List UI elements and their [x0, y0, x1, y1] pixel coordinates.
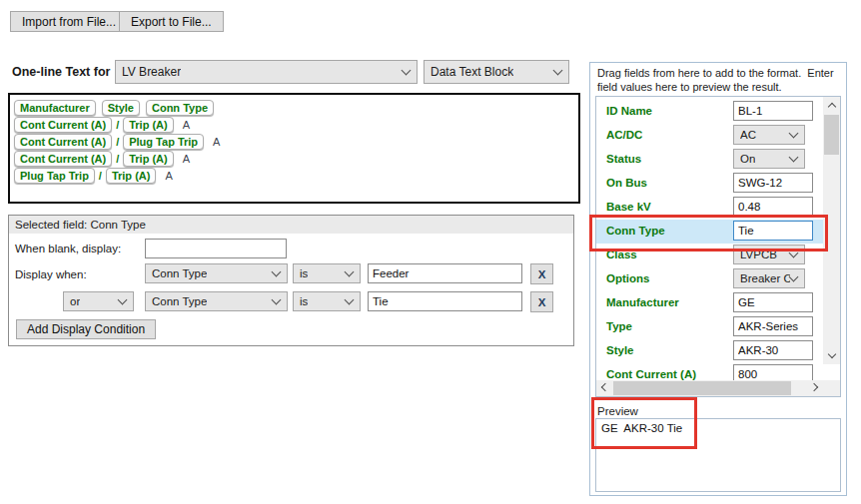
chevron-left-icon [601, 383, 609, 391]
condition-value-input[interactable] [368, 291, 522, 311]
scroll-left-button[interactable] [596, 380, 612, 396]
field-label: Status [606, 153, 641, 165]
field-label: Manufacturer [606, 296, 679, 308]
field-chip[interactable]: Trip (A) [123, 151, 174, 167]
horizontal-scroll-thumb[interactable] [613, 381, 791, 395]
field-label: ID Name [606, 105, 652, 117]
field-value-select[interactable]: Breaker On [733, 268, 805, 288]
field-row: AC/DCAC [596, 124, 823, 148]
condition-operator-select[interactable]: is [293, 291, 361, 311]
horizontal-scrollbar[interactable] [596, 380, 823, 396]
fields-list-viewport: ID NameAC/DCACStatusOnOn BusBase kVConn … [596, 97, 823, 383]
separator-text: / [116, 136, 119, 148]
field-value-select-value: LVPCB [740, 249, 777, 260]
text-block-type-value: Data Text Block [430, 65, 513, 79]
device-type-value: LV Breaker [122, 65, 181, 79]
field-value-select[interactable]: On [733, 149, 805, 169]
format-row: Cont Current (A)/Trip (A)A [14, 150, 574, 167]
field-chip[interactable]: Trip (A) [106, 168, 157, 184]
field-chip[interactable]: Plug Tap Trip [123, 134, 204, 150]
chevron-down-icon [827, 349, 835, 357]
condition-join-select-value: or [70, 295, 80, 307]
field-value-input[interactable] [733, 101, 813, 121]
field-value-input[interactable] [733, 316, 813, 336]
separator-text: / [116, 119, 119, 131]
field-value-select-value: Breaker On [740, 272, 790, 284]
format-row: Cont Current (A)/Trip (A)A [14, 116, 574, 133]
field-row: Base kV [596, 196, 823, 220]
literal-text: A [165, 170, 172, 182]
field-chip[interactable]: Style [102, 100, 140, 116]
preview-text: GE AKR-30 Tie [601, 422, 682, 434]
chevron-down-icon [553, 65, 563, 75]
condition-remove-button[interactable]: X [530, 291, 553, 312]
one-line-text-for-label: One-line Text for [12, 65, 110, 79]
fields-list-box: ID NameAC/DCACStatusOnOn BusBase kVConn … [595, 96, 841, 397]
field-row: ID Name [596, 100, 823, 124]
field-value-input[interactable] [733, 173, 813, 193]
field-row: Style [596, 339, 823, 363]
field-value-input[interactable] [733, 221, 813, 241]
condition-join-select[interactable]: or [63, 291, 134, 311]
chevron-down-icon [789, 271, 799, 281]
field-label: Cont Current (A) [606, 368, 696, 380]
scroll-up-button[interactable] [823, 97, 840, 114]
add-display-condition-button[interactable]: Add Display Condition [16, 319, 156, 339]
when-blank-input[interactable] [145, 239, 287, 258]
preview-label: Preview [597, 405, 638, 417]
condition-field-select[interactable]: Conn Type [145, 263, 288, 283]
format-row: ManufacturerStyleConn Type [14, 99, 574, 116]
literal-text: A [213, 136, 220, 148]
text-block-type-select[interactable]: Data Text Block [424, 60, 569, 84]
chevron-right-icon [810, 383, 818, 391]
field-value-input[interactable] [733, 292, 813, 312]
scroll-right-button[interactable] [807, 380, 823, 396]
field-label: Class [606, 249, 637, 260]
field-value-input[interactable] [733, 197, 813, 217]
separator-text: / [99, 170, 102, 182]
chevron-up-icon [827, 102, 835, 110]
field-label: Options [606, 272, 649, 284]
one-line-text-dialog: Import from File... Export to File... On… [0, 0, 861, 504]
field-value-select[interactable]: LVPCB [733, 245, 805, 264]
selected-field-header: Selected field: Conn Type [9, 216, 573, 234]
preview-box: GE AKR-30 Tie [595, 418, 841, 492]
chevron-down-icon [345, 294, 355, 304]
vertical-scrollbar[interactable] [823, 97, 840, 364]
selected-field-panel: Selected field: Conn Type When blank, di… [8, 215, 574, 346]
device-type-select[interactable]: LV Breaker [115, 60, 418, 84]
field-chip[interactable]: Trip (A) [123, 117, 174, 133]
chevron-down-icon [272, 266, 282, 276]
chevron-down-icon [789, 248, 799, 257]
field-row: On Bus [596, 172, 823, 196]
field-chip[interactable]: Conn Type [146, 100, 214, 116]
chevron-down-icon [272, 294, 282, 304]
fields-panel: Drag fields from here to add to the form… [589, 62, 847, 496]
field-chip[interactable]: Plug Tap Trip [14, 168, 95, 184]
chevron-down-icon [118, 294, 128, 304]
field-chip[interactable]: Cont Current (A) [14, 134, 112, 150]
field-chip[interactable]: Cont Current (A) [14, 117, 112, 133]
field-label: Style [606, 344, 634, 356]
fields-panel-instructions: Drag fields from here to add to the form… [597, 67, 841, 94]
condition-field-select[interactable]: Conn Type [145, 291, 288, 311]
when-blank-label: When blank, display: [15, 243, 121, 254]
scroll-down-button[interactable] [823, 347, 840, 364]
condition-value-input[interactable] [368, 263, 522, 283]
export-to-file-button[interactable]: Export to File... [119, 11, 224, 32]
field-value-input[interactable] [733, 340, 813, 360]
field-row: Type [596, 315, 823, 339]
field-label: Base kV [606, 201, 651, 213]
condition-operator-select[interactable]: is [293, 263, 361, 283]
field-label: AC/DC [606, 129, 642, 141]
import-from-file-button[interactable]: Import from File... [10, 11, 128, 32]
field-value-select[interactable]: AC [733, 125, 805, 145]
condition-remove-button[interactable]: X [530, 263, 553, 284]
field-chip[interactable]: Manufacturer [14, 100, 96, 116]
field-value-select-value: On [740, 153, 755, 165]
vertical-scroll-thumb[interactable] [824, 115, 839, 155]
field-label: Conn Type [606, 225, 665, 237]
field-chip[interactable]: Cont Current (A) [14, 151, 112, 167]
format-editor-box[interactable]: ManufacturerStyleConn TypeCont Current (… [8, 93, 580, 204]
chevron-down-icon [402, 65, 412, 75]
